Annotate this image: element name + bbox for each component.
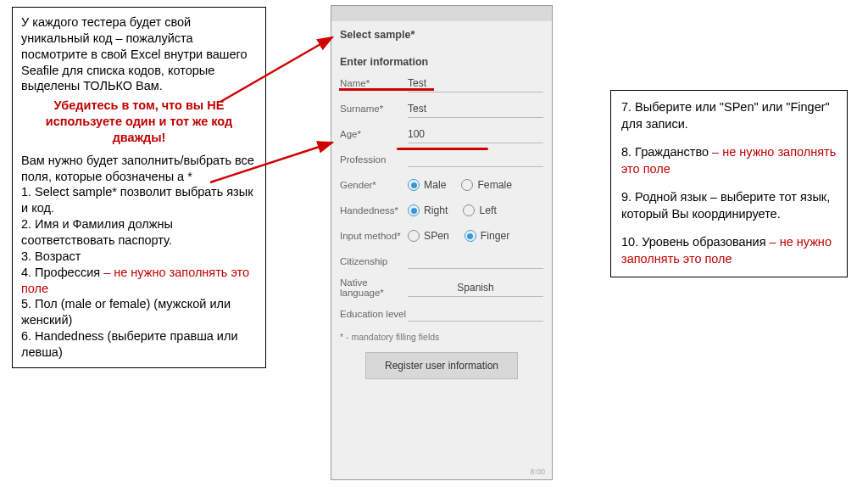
- age-input[interactable]: 100: [408, 126, 543, 143]
- left-item-1: 1. Select sample* позволит выбрать язык …: [21, 184, 257, 216]
- register-button[interactable]: Register user information: [365, 352, 518, 379]
- input-finger-label: Finger: [481, 230, 510, 242]
- radio-empty-icon: [463, 204, 475, 216]
- left-body: Вам нужно будет заполнить/выбрать все по…: [21, 153, 257, 361]
- gender-female-radio[interactable]: Female: [461, 179, 512, 191]
- handed-right-label: Right: [424, 204, 448, 216]
- right-item-9: 9. Родной язык – выберите тот язык, кото…: [621, 189, 837, 222]
- radio-selected-icon: [408, 179, 420, 191]
- row-surname: Surname* Test: [331, 96, 552, 121]
- left-item-4: 4. Профессия – не нужно заполнять это по…: [21, 265, 257, 297]
- citizenship-input[interactable]: [408, 254, 543, 269]
- left-warning: Убедитесь в том, что вы НЕ используете о…: [21, 98, 257, 146]
- right-item-10: 10. Уровень образования – не нужно запол…: [621, 234, 837, 267]
- surname-input[interactable]: Test: [408, 100, 543, 118]
- right-item-8: 8. Гражданство – не нужно заполнять это …: [621, 144, 837, 177]
- enter-info-title: Enter information: [331, 48, 552, 70]
- mandatory-footnote: * - mandatory filling fields: [331, 327, 552, 347]
- handed-left-radio[interactable]: Left: [463, 204, 496, 216]
- right-item-10a: 10. Уровень образования: [621, 235, 766, 249]
- select-sample-title[interactable]: Select sample*: [331, 21, 552, 43]
- gender-label: Gender*: [340, 180, 408, 190]
- gender-male-radio[interactable]: Male: [408, 179, 446, 191]
- clock-label: 8:00: [530, 467, 545, 476]
- radio-selected-icon: [408, 204, 420, 216]
- profession-label: Profession: [340, 154, 408, 165]
- left-instructions-box: У каждого тестера будет свой уникальный …: [12, 7, 266, 368]
- annotation-underline-enter-info: [339, 88, 434, 91]
- row-gender: Gender* Male Female: [331, 172, 552, 198]
- citizenship-label: Citizenship: [340, 256, 408, 266]
- row-profession: Profession: [331, 147, 552, 172]
- row-age: Age* 100: [331, 121, 552, 147]
- input-spen-radio[interactable]: SPen: [408, 230, 449, 242]
- name-label: Name*: [340, 78, 408, 88]
- edu-label: Education level: [340, 309, 408, 319]
- left-item-4a: 4. Профессия: [21, 266, 100, 279]
- right-item-8a: 8. Гражданство: [621, 145, 709, 159]
- annotation-underline-surname: [397, 148, 488, 150]
- radio-empty-icon: [461, 179, 473, 191]
- handed-label: Handedness*: [340, 205, 408, 216]
- input-finger-radio[interactable]: Finger: [465, 230, 510, 242]
- row-education: Education level: [331, 301, 552, 327]
- left-intro: У каждого тестера будет свой уникальный …: [21, 14, 257, 94]
- row-citizenship: Citizenship: [331, 249, 552, 274]
- handed-left-label: Left: [479, 204, 496, 216]
- row-input-method: Input method* SPen Finger: [331, 223, 552, 249]
- edu-input[interactable]: [408, 306, 543, 322]
- radio-selected-icon: [465, 230, 476, 242]
- row-native-language: Native language* Spanish: [331, 274, 552, 301]
- input-method-label: Input method*: [340, 231, 408, 241]
- row-name: Name* Test: [331, 70, 552, 96]
- gender-female-label: Female: [477, 179, 512, 191]
- right-instructions-box: 7. Выберите или "SPen" или "Finger" для …: [610, 90, 848, 277]
- gender-male-label: Male: [424, 179, 446, 191]
- row-handedness: Handedness* Right Left: [331, 198, 552, 223]
- native-label: Native language*: [340, 277, 408, 298]
- surname-label: Surname*: [340, 104, 408, 114]
- input-spen-label: SPen: [424, 230, 449, 242]
- age-label: Age*: [340, 129, 408, 139]
- left-item-6: 6. Handedness (выберите правша или левша…: [21, 328, 257, 361]
- radio-empty-icon: [408, 230, 420, 242]
- phone-mockup: Select sample* Enter information Name* T…: [331, 5, 553, 480]
- left-prelist: Вам нужно будет заполнить/выбрать все по…: [21, 153, 257, 185]
- profession-input[interactable]: [408, 152, 543, 167]
- handed-right-radio[interactable]: Right: [408, 204, 448, 216]
- status-bar: [331, 6, 552, 21]
- right-item-7: 7. Выберите или "SPen" или "Finger" для …: [621, 99, 837, 132]
- native-select[interactable]: Spanish: [408, 279, 543, 297]
- left-item-2: 2. Имя и Фамилия должны соответствовать …: [21, 216, 257, 249]
- left-item-5: 5. Пол (male or female) (мужской или жен…: [21, 296, 257, 328]
- left-item-3: 3. Возраст: [21, 249, 257, 265]
